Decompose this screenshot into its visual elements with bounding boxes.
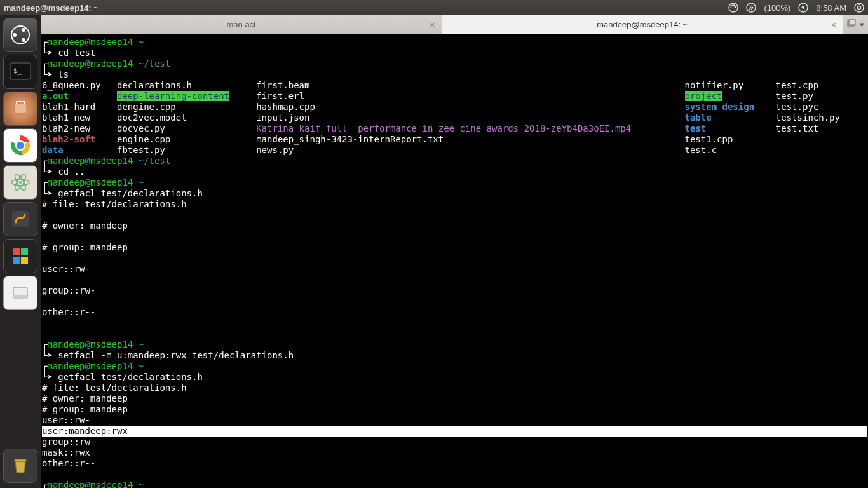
battery-indicator[interactable]: (100%): [764, 3, 790, 13]
svg-rect-20: [12, 211, 29, 227]
svg-rect-21: [13, 248, 20, 255]
close-icon[interactable]: ×: [430, 20, 435, 30]
menu-bar: mandeep@msdeep14: ~ (100%) 8:58 AM: [0, 0, 868, 15]
svg-rect-24: [21, 257, 28, 264]
svg-point-8: [22, 28, 25, 32]
tab-label: man acl: [226, 20, 255, 29]
svg-point-9: [22, 38, 25, 42]
tab-man-acl[interactable]: man acl ×: [41, 15, 442, 34]
tab-controls: ▾: [843, 15, 868, 34]
new-tab-icon[interactable]: [847, 19, 856, 30]
svg-rect-27: [15, 459, 26, 461]
software-center-icon[interactable]: [3, 92, 37, 126]
trash-icon[interactable]: [3, 449, 37, 483]
svg-rect-26: [13, 295, 27, 299]
windows-icon[interactable]: [3, 239, 37, 273]
svg-point-7: [13, 33, 17, 37]
drive-icon[interactable]: [3, 276, 37, 310]
tab-bar: man acl × mandeep@msdeep14: ~ × ▾: [41, 15, 868, 34]
svg-rect-12: [15, 104, 26, 113]
clock-text: 8:58 AM: [816, 3, 846, 13]
session-icon[interactable]: [854, 3, 864, 13]
battery-text: (100%): [764, 3, 790, 13]
atom-icon[interactable]: [3, 165, 37, 200]
tab-menu-icon[interactable]: ▾: [860, 20, 864, 29]
svg-point-4: [858, 6, 861, 10]
network-icon[interactable]: [746, 3, 756, 13]
volume-icon[interactable]: [798, 3, 808, 13]
clock[interactable]: 8:58 AM: [816, 3, 846, 13]
svg-point-0: [729, 3, 738, 12]
chrome-icon[interactable]: [3, 128, 37, 163]
svg-text:$_: $_: [13, 67, 22, 75]
terminal-output[interactable]: ┌mandeep@msdeep14 ~└➤ cd test┌mandeep@ms…: [41, 34, 868, 488]
sublime-icon[interactable]: [3, 202, 37, 236]
dash-icon[interactable]: [3, 18, 37, 52]
svg-rect-23: [13, 257, 20, 264]
unity-launcher: $_: [0, 15, 41, 488]
svg-rect-22: [21, 248, 28, 255]
terminal-icon[interactable]: $_: [3, 55, 37, 89]
svg-point-19: [19, 181, 22, 184]
svg-rect-29: [849, 20, 855, 25]
close-icon[interactable]: ×: [831, 20, 836, 30]
window-title: mandeep@msdeep14: ~: [4, 3, 98, 13]
acl-highlighted-line: user:mandeep:rwx: [42, 426, 867, 437]
tab-label: mandeep@msdeep14: ~: [597, 20, 688, 29]
terminal-window: man acl × mandeep@msdeep14: ~ × ▾ ┌mande…: [41, 15, 868, 488]
sync-icon[interactable]: [728, 3, 738, 13]
tab-terminal[interactable]: mandeep@msdeep14: ~ ×: [442, 15, 844, 34]
